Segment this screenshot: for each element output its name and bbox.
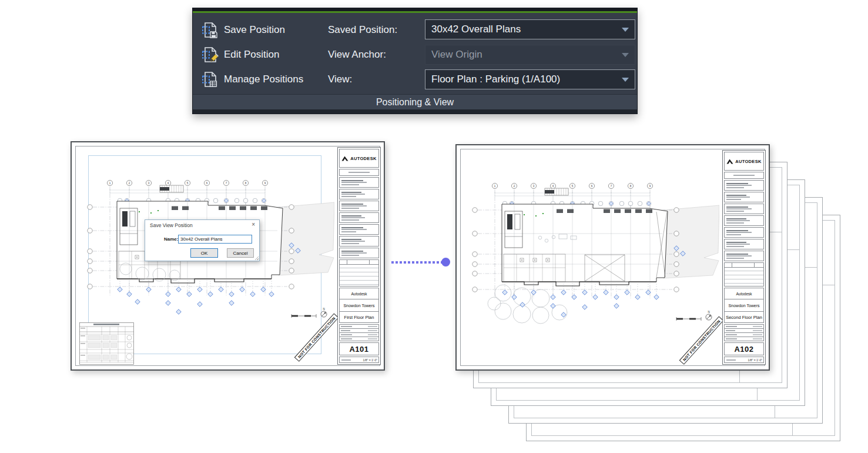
- svg-text:N: N: [323, 308, 324, 311]
- sheet-number: A102: [724, 342, 764, 355]
- cancel-button[interactable]: Cancel: [227, 248, 254, 258]
- save-position-icon: [201, 21, 219, 39]
- save-view-position-dialog: Save View Position × Name: 30x42 Overall…: [145, 219, 260, 261]
- sheet-a102: 1 2 3 4 5 6 7 8 9 N NOT FOR CONST: [455, 144, 770, 371]
- saved-position-value: 30x42 Overall Plans: [431, 24, 622, 35]
- view-field-label: View:: [328, 69, 422, 89]
- ribbon-panel-title: Positioning & View: [193, 94, 637, 110]
- sheet-number: A101: [339, 342, 379, 355]
- dotted-connector-line: [391, 261, 442, 264]
- scale-row: 1/8" = 1'-0": [339, 357, 379, 363]
- project-info-rows: [339, 324, 379, 341]
- floor-plan-drawing: 1 2 3 4 5 6 7 8 9 N: [470, 178, 719, 331]
- positioning-view-ribbon-panel: Save Position Edit Position: [192, 8, 638, 114]
- revision-table: [724, 262, 764, 287]
- sheet-title: Second Floor Plan: [725, 311, 763, 322]
- project-info-rows: [724, 324, 764, 341]
- autodesk-logo-icon: [341, 156, 348, 161]
- dialog-title: Save View Position: [150, 222, 193, 228]
- project-name: Snowdon Towers: [725, 299, 763, 311]
- scale-value: 1/8" = 1'-0": [748, 358, 762, 362]
- brand-text: AUTODESK: [735, 159, 761, 164]
- manage-positions-label: Manage Positions: [224, 74, 303, 85]
- chevron-down-icon: [622, 53, 629, 57]
- view-anchor-field-label: View Anchor:: [328, 45, 422, 65]
- save-position-button[interactable]: Save Position: [201, 20, 285, 40]
- saved-position-field-label: Saved Position:: [328, 20, 422, 40]
- autodesk-logo: AUTODESK: [339, 149, 379, 168]
- schedule-table: [79, 322, 134, 365]
- title-block: AUTODESK Autodesk Snowdon Towers First F…: [337, 147, 381, 365]
- brand-text: AUTODESK: [350, 156, 376, 161]
- titleblock-url-box: [724, 172, 764, 179]
- name-label: Name:: [164, 237, 178, 242]
- page: Save Position Edit Position: [0, 0, 868, 453]
- saved-position-dropdown[interactable]: 30x42 Overall Plans: [425, 19, 635, 39]
- autodesk-logo: AUTODESK: [724, 152, 764, 171]
- chevron-down-icon: [622, 78, 629, 82]
- resize-grip: [254, 256, 259, 260]
- manage-positions-icon: [201, 71, 219, 88]
- name-input[interactable]: 30x42 Overall Plans: [178, 235, 252, 244]
- ribbon-panel-bottom-strip: [193, 109, 637, 114]
- scale-row: 1/8" = 1'-0": [724, 357, 764, 363]
- view-anchor-dropdown: View Origin: [425, 45, 635, 65]
- close-icon[interactable]: ×: [252, 222, 255, 228]
- autodesk-logo-icon: [726, 159, 733, 164]
- project-name: Snowdon Towers: [340, 299, 378, 311]
- manage-positions-button[interactable]: Manage Positions: [201, 69, 303, 89]
- firm-name: Autodesk: [725, 288, 763, 299]
- view-value: Floor Plan : Parking (1/A100): [431, 74, 622, 85]
- svg-text:N: N: [708, 311, 709, 314]
- revision-table: [339, 259, 379, 287]
- ribbon-accent-line: [193, 11, 637, 13]
- view-anchor-value: View Origin: [431, 49, 622, 61]
- edit-position-icon: [201, 46, 219, 64]
- sheet-title: First Floor Plan: [340, 311, 378, 322]
- firm-name: Autodesk: [340, 288, 378, 299]
- ok-button[interactable]: OK: [190, 248, 218, 258]
- save-position-label: Save Position: [224, 24, 285, 36]
- titleblock-url-box: [339, 169, 379, 176]
- title-block: AUTODESK Autodesk Snowdon Towers Second …: [722, 150, 766, 365]
- view-dropdown[interactable]: Floor Plan : Parking (1/A100): [425, 69, 635, 89]
- scale-value: 1/8" = 1'-0": [363, 358, 377, 362]
- edit-position-label: Edit Position: [224, 49, 280, 61]
- edit-position-button[interactable]: Edit Position: [201, 45, 280, 65]
- chevron-down-icon: [622, 28, 629, 32]
- connector-end-dot: [441, 258, 450, 267]
